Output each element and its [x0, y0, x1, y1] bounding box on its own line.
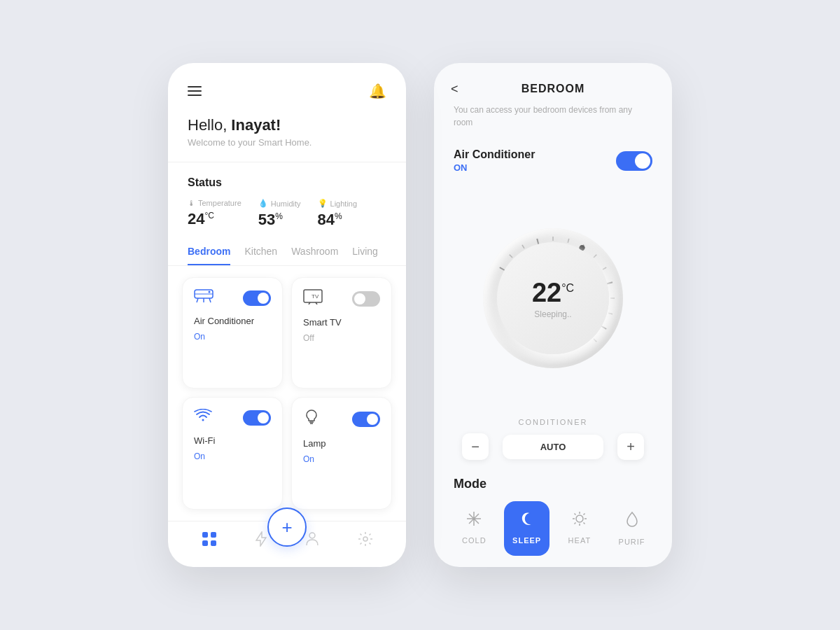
wifi-name: Wi-Fi: [194, 435, 271, 446]
svg-point-16: [309, 533, 315, 538]
ac-main-toggle[interactable]: [616, 151, 652, 171]
ac-name: Air Conditioner: [194, 316, 271, 326]
svg-point-17: [363, 537, 368, 541]
status-items: 🌡 Temperature 24°C 💧 Humidity 53%: [188, 199, 386, 229]
mode-items: COLD SLEEP: [448, 501, 658, 556]
mode-purif[interactable]: PURIF: [610, 501, 654, 556]
svg-rect-13: [211, 532, 216, 538]
svg-rect-12: [202, 532, 208, 538]
wifi-toggle[interactable]: [243, 410, 271, 426]
svg-line-4: [209, 298, 211, 302]
room-subtitle: You can access your bedroom devices from…: [434, 104, 672, 140]
status-title: Status: [188, 176, 386, 189]
left-phone: 🔔 Hello, Inayat! Welcome to your Smart H…: [168, 63, 406, 567]
temperature-value: 24°C: [188, 210, 241, 228]
mode-sleep[interactable]: SLEEP: [504, 501, 550, 556]
device-card-lamp[interactable]: Lamp On: [291, 397, 392, 510]
menu-icon[interactable]: [188, 86, 202, 96]
svg-text:TV: TV: [312, 293, 319, 300]
dial-mode-label: Sleeping..: [534, 309, 571, 319]
dial-temperature: 22°C: [532, 278, 574, 308]
svg-line-20: [522, 245, 524, 248]
lamp-toggle[interactable]: [352, 412, 380, 427]
svg-point-5: [209, 291, 211, 293]
cold-label: COLD: [462, 536, 486, 545]
lighting-status: 💡 Lighting 84%: [318, 199, 358, 229]
device-card-ac[interactable]: Air Conditioner On: [182, 277, 283, 388]
mode-heat[interactable]: HEAT: [557, 501, 602, 556]
ac-status: On: [194, 332, 271, 342]
svg-line-31: [594, 339, 596, 342]
tab-kitchen[interactable]: Kitchen: [244, 246, 277, 265]
nav-person-icon[interactable]: [305, 531, 319, 550]
right-phone-header: < BEDROOM: [434, 63, 672, 104]
app-container: 🔔 Hello, Inayat! Welcome to your Smart H…: [168, 63, 672, 567]
temperature-status: 🌡 Temperature 24°C: [188, 199, 241, 229]
lighting-icon: 💡: [318, 199, 328, 208]
mode-cold[interactable]: COLD: [451, 501, 496, 556]
svg-line-30: [601, 326, 606, 329]
svg-line-44: [583, 523, 584, 524]
humidity-status: 💧 Humidity 53%: [258, 199, 301, 229]
tab-living[interactable]: Living: [352, 246, 378, 265]
tab-washroom[interactable]: Washroom: [291, 246, 338, 265]
sleep-icon: [519, 511, 535, 531]
purif-label: PURIF: [619, 538, 645, 546]
temperature-label: 🌡 Temperature: [188, 199, 241, 207]
cold-icon: [466, 511, 482, 531]
lighting-value: 84%: [318, 211, 358, 229]
greeting-text: Hello, Inayat!: [188, 116, 386, 134]
lamp-icon: [303, 409, 320, 430]
nav-bolt-icon[interactable]: [255, 531, 267, 550]
svg-line-25: [594, 255, 596, 258]
user-name: Inayat!: [231, 116, 281, 134]
tv-icon: TV: [303, 289, 323, 309]
ac-card-top: [194, 289, 271, 307]
tv-status: Off: [303, 333, 380, 343]
conditioner-label: CONDITIONER: [434, 418, 672, 426]
svg-line-23: [568, 239, 569, 243]
wifi-icon: [194, 409, 212, 427]
humidity-icon: 💧: [258, 199, 268, 208]
right-phone: < BEDROOM You can access your bedroom de…: [434, 63, 672, 567]
svg-line-46: [583, 514, 584, 515]
device-card-wifi[interactable]: Wi-Fi On: [182, 397, 283, 510]
nav-grid-icon[interactable]: [202, 531, 217, 550]
ac-icon: [194, 289, 214, 307]
back-button[interactable]: <: [451, 82, 458, 97]
device-card-tv[interactable]: TV Smart TV Off: [291, 277, 392, 388]
sleep-label: SLEEP: [512, 536, 541, 545]
fan-increase-button[interactable]: +: [617, 433, 644, 460]
ac-info: Air Conditioner ON: [454, 148, 535, 173]
tv-toggle[interactable]: [352, 291, 380, 307]
temperature-dial[interactable]: 22°C Sleeping..: [483, 228, 623, 368]
tabs-section: Bedroom Kitchen Washroom Living: [168, 240, 406, 266]
svg-rect-15: [211, 540, 216, 546]
bottom-nav: +: [168, 521, 406, 567]
fan-decrease-button[interactable]: −: [462, 433, 489, 460]
devices-grid: Air Conditioner On TV Smar: [168, 266, 406, 521]
svg-line-19: [510, 255, 512, 258]
tv-name: Smart TV: [303, 317, 380, 328]
dial-section: 22°C Sleeping..: [434, 178, 672, 415]
purif-icon: [626, 511, 638, 532]
room-tabs: Bedroom Kitchen Washroom Living: [188, 246, 386, 265]
wifi-status: On: [194, 451, 271, 461]
dial-inner: 22°C Sleeping..: [497, 242, 609, 354]
svg-line-2: [197, 298, 198, 302]
nav-settings-icon[interactable]: [358, 531, 373, 550]
left-phone-header: 🔔: [168, 63, 406, 111]
svg-point-37: [472, 517, 475, 520]
add-button[interactable]: +: [267, 507, 307, 547]
lamp-status: On: [303, 454, 380, 464]
svg-line-45: [574, 523, 575, 524]
tab-bedroom[interactable]: Bedroom: [188, 246, 230, 265]
mode-section: Mode COLD: [434, 471, 672, 567]
lamp-name: Lamp: [303, 438, 380, 449]
svg-line-27: [607, 282, 612, 284]
bell-icon[interactable]: 🔔: [369, 83, 386, 99]
heat-label: HEAT: [568, 536, 592, 545]
ac-toggle[interactable]: [243, 290, 271, 306]
svg-point-38: [576, 515, 583, 522]
svg-rect-14: [202, 540, 208, 546]
